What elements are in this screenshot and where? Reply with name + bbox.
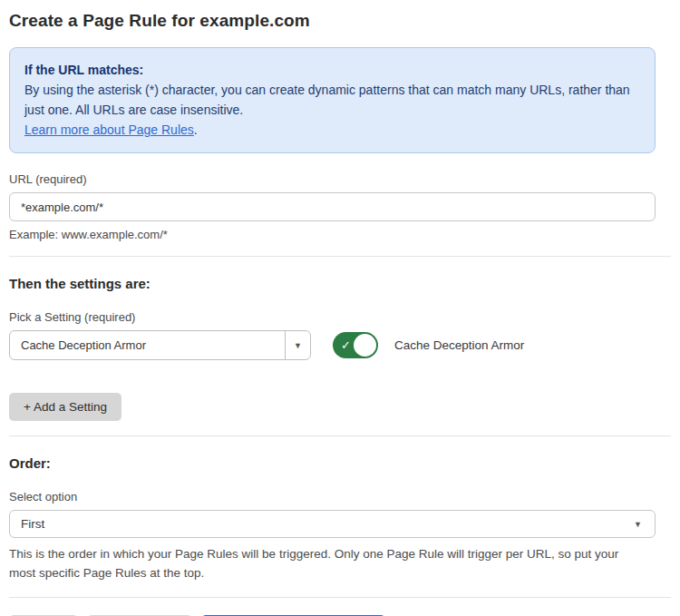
order-select-value: First bbox=[21, 517, 44, 531]
divider bbox=[9, 597, 671, 598]
page-title: Create a Page Rule for example.com bbox=[9, 11, 671, 31]
create-page-rule-form: Create a Page Rule for example.com If th… bbox=[0, 0, 671, 616]
order-section-heading: Order: bbox=[9, 455, 656, 471]
setting-toggle-wrap: ✓ Cache Deception Armor bbox=[333, 332, 524, 358]
divider bbox=[9, 256, 671, 257]
add-setting-button[interactable]: + Add a Setting bbox=[9, 393, 121, 421]
url-match-info-panel: If the URL matches: By using the asteris… bbox=[9, 47, 656, 153]
toggle-label: Cache Deception Armor bbox=[394, 338, 524, 352]
learn-more-link[interactable]: Learn more about Page Rules bbox=[24, 122, 194, 137]
setting-select-value: Cache Deception Armor bbox=[10, 331, 285, 359]
url-input[interactable] bbox=[9, 192, 656, 221]
checkmark-icon: ✓ bbox=[341, 338, 351, 352]
order-helper-text: This is the order in which your Page Rul… bbox=[9, 544, 644, 582]
pick-setting-label: Pick a Setting (required) bbox=[9, 310, 656, 324]
chevron-down-icon: ▼ bbox=[634, 520, 642, 529]
order-select-label: Select option bbox=[9, 490, 656, 504]
link-suffix: . bbox=[194, 122, 198, 137]
url-field-label: URL (required) bbox=[9, 172, 656, 186]
info-panel-heading: If the URL matches: bbox=[24, 60, 640, 80]
chevron-down-icon: ▼ bbox=[294, 341, 302, 350]
setting-row: Cache Deception Armor ▼ ✓ Cache Deceptio… bbox=[9, 330, 656, 360]
setting-select-arrow-button[interactable]: ▼ bbox=[285, 331, 310, 359]
setting-select[interactable]: Cache Deception Armor ▼ bbox=[9, 330, 311, 360]
cache-deception-armor-toggle[interactable]: ✓ bbox=[333, 332, 378, 358]
toggle-knob bbox=[354, 334, 376, 357]
divider bbox=[9, 435, 671, 436]
info-panel-body: By using the asterisk (*) character, you… bbox=[24, 80, 640, 120]
settings-section-heading: Then the settings are: bbox=[9, 276, 656, 291]
order-select[interactable]: First ▼ bbox=[9, 510, 656, 538]
url-example-helper: Example: www.example.com/* bbox=[9, 228, 656, 241]
